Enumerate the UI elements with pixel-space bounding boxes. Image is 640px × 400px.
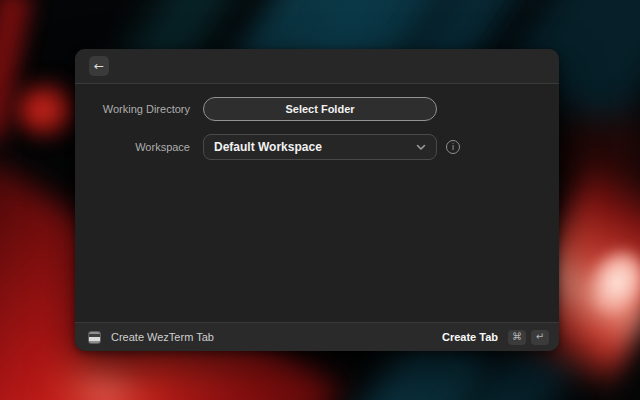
workspace-label: Workspace (75, 141, 190, 153)
desktop: ← Working Directory Select Folder Worksp… (0, 0, 640, 400)
return-key-glyph: ↵ (536, 332, 544, 342)
select-folder-button[interactable]: Select Folder (203, 97, 437, 121)
create-tab-button[interactable]: Create Tab (442, 331, 498, 343)
wezterm-app-icon (88, 331, 101, 344)
command-key-icon: ⌘ (508, 330, 526, 345)
info-icon[interactable]: i (446, 140, 460, 154)
create-wezterm-tab-dialog: ← Working Directory Select Folder Worksp… (75, 49, 559, 351)
footer-context-label: Create WezTerm Tab (111, 331, 214, 343)
wallpaper-pink-glow (563, 223, 640, 342)
back-button[interactable]: ← (89, 56, 109, 76)
info-icon-glyph: i (452, 143, 454, 152)
command-key-glyph: ⌘ (512, 332, 522, 342)
working-directory-row: Working Directory Select Folder (75, 97, 559, 121)
workspace-dropdown[interactable]: Default Workspace (203, 134, 437, 160)
dialog-header: ← (75, 49, 559, 84)
dialog-body: Working Directory Select Folder Workspac… (75, 84, 559, 322)
dialog-footer: Create WezTerm Tab Create Tab ⌘ ↵ (75, 322, 559, 351)
return-key-icon: ↵ (531, 330, 549, 345)
wallpaper-red-glow (10, 80, 80, 140)
workspace-dropdown-value: Default Workspace (214, 140, 322, 154)
wallpaper-red-streak (0, 0, 33, 142)
working-directory-label: Working Directory (75, 103, 190, 115)
back-arrow-icon: ← (94, 60, 104, 72)
chevron-down-icon (416, 144, 426, 151)
workspace-row: Workspace Default Workspace i (75, 134, 559, 160)
wallpaper-red-glow (560, 120, 640, 210)
